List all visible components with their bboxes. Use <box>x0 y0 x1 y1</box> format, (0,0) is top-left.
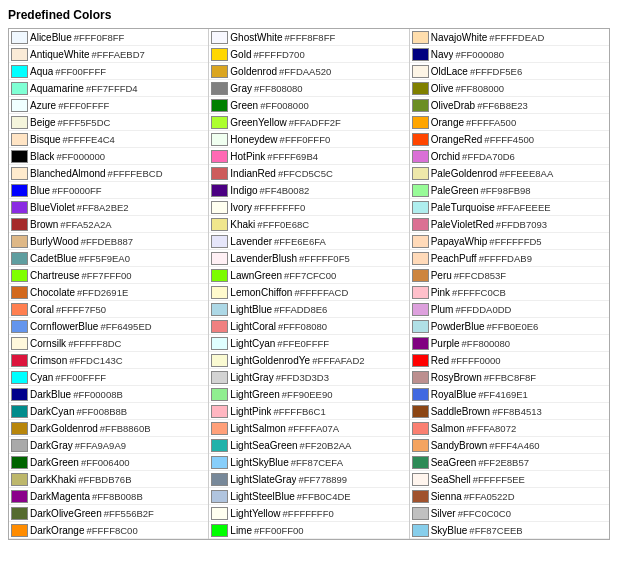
list-item: DarkGreen#FF006400 <box>9 454 208 471</box>
color-hex: #FF556B2F <box>104 508 154 519</box>
list-item: BurlyWood#FFDEB887 <box>9 233 208 250</box>
color-hex: #FFDEB887 <box>81 236 133 247</box>
color-hex: #FFEEE8AA <box>499 168 553 179</box>
color-name: Navy <box>431 49 454 60</box>
color-swatch <box>412 116 429 129</box>
color-swatch <box>412 167 429 180</box>
color-name: OldLace <box>431 66 468 77</box>
color-swatch <box>11 269 28 282</box>
color-hex: #FFD2691E <box>77 287 128 298</box>
color-name: LightGoldenrodYellow <box>230 355 310 366</box>
list-item: DarkKhaki#FFBDB76B <box>9 471 208 488</box>
color-swatch <box>11 82 28 95</box>
list-item: OldLace#FFFDF5E6 <box>410 63 609 80</box>
page-title: Predefined Colors <box>8 8 610 22</box>
color-name: HotPink <box>230 151 265 162</box>
color-hex: #FF98FB98 <box>480 185 530 196</box>
color-swatch <box>211 439 228 452</box>
color-swatch <box>412 133 429 146</box>
list-item: Peru#FFCD853F <box>410 267 609 284</box>
color-hex: #FFA52A2A <box>60 219 111 230</box>
color-swatch <box>11 99 28 112</box>
color-hex: #FFFFFFF0 <box>283 508 334 519</box>
color-hex: #FFFDF5E6 <box>470 66 522 77</box>
color-swatch <box>412 235 429 248</box>
color-name: NavajoWhite <box>431 32 488 43</box>
color-hex: #FF4169E1 <box>478 389 528 400</box>
list-item: PeachPuff#FFFFDAB9 <box>410 250 609 267</box>
color-name: Black <box>30 151 54 162</box>
color-swatch <box>412 405 429 418</box>
list-item: BlanchedAlmond#FFFFEBCD <box>9 165 208 182</box>
color-name: LightGray <box>230 372 273 383</box>
color-hex: #FF2E8B57 <box>478 457 529 468</box>
color-name: Pink <box>431 287 450 298</box>
color-swatch <box>211 422 228 435</box>
list-item: Orange#FFFFA500 <box>410 114 609 131</box>
color-name: DarkOliveGreen <box>30 508 102 519</box>
color-swatch <box>412 490 429 503</box>
color-swatch <box>412 269 429 282</box>
list-item: LightSalmon#FFFFA07A <box>209 420 408 437</box>
color-name: DarkOrange <box>30 525 84 536</box>
color-swatch <box>211 320 228 333</box>
color-swatch <box>11 405 28 418</box>
color-hex: #FFCD853F <box>454 270 506 281</box>
color-name: DarkBlue <box>30 389 71 400</box>
color-swatch <box>412 286 429 299</box>
color-name: BurlyWood <box>30 236 79 247</box>
color-swatch <box>211 456 228 469</box>
color-name: Goldenrod <box>230 66 277 77</box>
list-item: HotPink#FFFF69B4 <box>209 148 408 165</box>
color-hex: #FFFF0000 <box>451 355 501 366</box>
list-item: LightSkyBlue#FF87CEFA <box>209 454 408 471</box>
list-item: Beige#FFF5F5DC <box>9 114 208 131</box>
color-name: PowderBlue <box>431 321 485 332</box>
color-swatch <box>211 201 228 214</box>
list-item: Salmon#FFFA8072 <box>410 420 609 437</box>
color-name: GhostWhite <box>230 32 282 43</box>
color-swatch <box>412 99 429 112</box>
color-swatch <box>412 201 429 214</box>
color-name: BlanchedAlmond <box>30 168 106 179</box>
color-hex: #FFDC143C <box>69 355 122 366</box>
list-item: IndianRed#FFCD5C5C <box>209 165 408 182</box>
color-swatch <box>211 524 228 537</box>
color-hex: #FFFFD700 <box>253 49 304 60</box>
color-hex: #FF4B0082 <box>260 185 310 196</box>
color-swatch <box>412 422 429 435</box>
color-name: BlueViolet <box>30 202 75 213</box>
color-name: Chocolate <box>30 287 75 298</box>
color-swatch <box>412 252 429 265</box>
color-hex: #FFFFFFD5 <box>489 236 541 247</box>
list-item: Khaki#FFF0E68C <box>209 216 408 233</box>
list-item: LightCoral#FFF08080 <box>209 318 408 335</box>
color-swatch <box>211 116 228 129</box>
color-name: PaleVioletRed <box>431 219 494 230</box>
color-swatch <box>211 133 228 146</box>
color-column-2: GhostWhite#FFF8F8FFGold#FFFFD700Goldenro… <box>209 29 409 539</box>
color-hex: #FF008B8B <box>76 406 127 417</box>
color-hex: #FFFFEBCD <box>108 168 163 179</box>
color-name: AliceBlue <box>30 32 72 43</box>
color-swatch <box>412 65 429 78</box>
list-item: Ivory#FFFFFFF0 <box>209 199 408 216</box>
list-item: Lime#FF00FF00 <box>209 522 408 539</box>
color-name: Cornsilk <box>30 338 66 349</box>
color-hex: #FFF8F8FF <box>285 32 336 43</box>
color-hex: #FF8B4513 <box>492 406 542 417</box>
list-item: SaddleBrown#FF8B4513 <box>410 403 609 420</box>
color-name: Blue <box>30 185 50 196</box>
color-swatch <box>412 320 429 333</box>
list-item: CadetBlue#FF5F9EA0 <box>9 250 208 267</box>
list-item: PapayaWhip#FFFFFFD5 <box>410 233 609 250</box>
list-item: LightGray#FFD3D3D3 <box>209 369 408 386</box>
color-name: DarkMagenta <box>30 491 90 502</box>
color-hex: #FF87CEFA <box>291 457 343 468</box>
color-column-3: NavajoWhite#FFFFDEADNavy#FF000080OldLace… <box>410 29 609 539</box>
list-item: Azure#FFF0FFFF <box>9 97 208 114</box>
list-item: Chartreuse#FF7FFF00 <box>9 267 208 284</box>
color-hex: #FFE6E6FA <box>274 236 326 247</box>
color-swatch <box>211 473 228 486</box>
color-name: Olive <box>431 83 454 94</box>
